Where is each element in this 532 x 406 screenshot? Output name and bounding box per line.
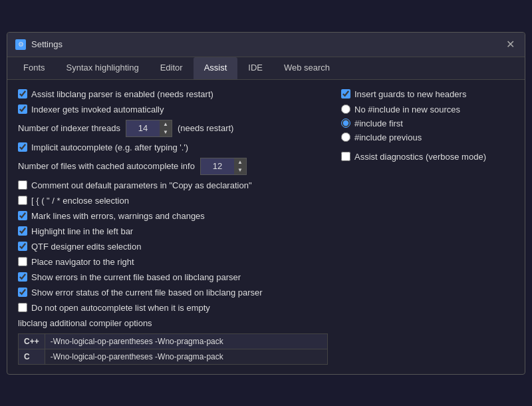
files-input[interactable]: 12 (201, 158, 234, 174)
place-navigator-label[interactable]: Place navigator to the right (31, 257, 134, 267)
files-spinner: 12 ▲ ▼ (200, 158, 247, 175)
threads-label: Number of indexer threads (18, 123, 120, 133)
settings-window: ⚙ Settings ✕ Fonts Syntax highlighting E… (7, 32, 525, 375)
insert-guards-section: Insert guards to new headers No #include… (341, 89, 514, 142)
compiler-options-label: libclang additional compiler options (18, 318, 328, 328)
radio-no-include: No #include in new sources (341, 104, 514, 114)
assist-diag-label[interactable]: Assist diagnostics (verbose mode) (354, 152, 486, 162)
files-spinner-buttons: ▲ ▼ (234, 158, 246, 174)
no-autocomplete-empty-item: Do not open autocomplete list when it is… (18, 303, 328, 313)
comment-default-label[interactable]: Comment out default parameters in "Copy … (31, 180, 252, 190)
qtf-designer-item: QTF designer edits selection (18, 242, 328, 252)
indexer-auto-checkbox[interactable] (18, 104, 27, 114)
highlight-line-item: Highlight line in the left bar (18, 226, 328, 236)
threads-up-button[interactable]: ▲ (160, 120, 172, 128)
radio-include-previous: #include previous (341, 132, 514, 142)
tab-bar: Fonts Syntax highlighting Editor Assist … (7, 57, 525, 80)
include-radio-group: No #include in new sources #include firs… (341, 104, 514, 142)
implicit-autocomplete-checkbox[interactable] (18, 142, 27, 152)
show-errors-label[interactable]: Show errors in the current file based on… (31, 272, 241, 282)
comment-default-item: Comment out default parameters in "Copy … (18, 180, 328, 190)
qtf-designer-checkbox[interactable] (18, 242, 27, 251)
enclose-selection-label[interactable]: [ { ( " / * enclose selection (31, 196, 129, 206)
insert-guards-label[interactable]: Insert guards to new headers (354, 89, 466, 99)
compiler-table: C++ -Wno-logical-op-parentheses -Wno-pra… (18, 333, 328, 365)
tab-web-search[interactable]: Web search (273, 57, 340, 79)
indexer-auto-label[interactable]: Indexer gets invoked automatically (31, 104, 164, 114)
show-error-status-label[interactable]: Show error status of the current file ba… (31, 288, 263, 298)
compiler-lang-c: C (19, 349, 45, 364)
files-label: Number of files with cached autocomplete… (18, 161, 195, 171)
assist-libclang-label[interactable]: Assist libclang parser is enabled (needs… (31, 89, 213, 99)
include-previous-label[interactable]: #include previous (354, 132, 422, 142)
place-navigator-item: Place navigator to the right (18, 257, 328, 267)
threads-note: (needs restart) (178, 123, 234, 133)
app-icon: ⚙ (15, 39, 26, 50)
files-up-button[interactable]: ▲ (234, 158, 246, 166)
mark-lines-checkbox[interactable] (18, 211, 27, 220)
comment-default-checkbox[interactable] (18, 180, 27, 190)
insert-guards-item: Insert guards to new headers (341, 89, 514, 99)
assist-libclang-checkbox[interactable] (18, 89, 27, 99)
threads-down-button[interactable]: ▼ (160, 128, 172, 136)
tab-assist[interactable]: Assist (194, 57, 238, 79)
compiler-options-c[interactable]: -Wno-logical-op-parentheses -Wno-pragma-… (45, 349, 327, 364)
show-errors-item: Show errors in the current file based on… (18, 272, 328, 282)
tab-ide[interactable]: IDE (237, 57, 273, 79)
window-title: Settings (31, 39, 63, 49)
place-navigator-checkbox[interactable] (18, 257, 27, 266)
tab-editor[interactable]: Editor (150, 57, 194, 79)
implicit-autocomplete-item: Implicit autocomplete (e.g. after typing… (18, 142, 328, 152)
title-bar-left: ⚙ Settings (15, 39, 63, 50)
title-bar: ⚙ Settings ✕ (7, 33, 525, 57)
right-panel: Insert guards to new headers No #include… (341, 89, 514, 365)
radio-include-first: #include first (341, 118, 514, 128)
show-error-status-item: Show error status of the current file ba… (18, 288, 328, 298)
tab-fonts[interactable]: Fonts (13, 57, 56, 79)
no-autocomplete-empty-checkbox[interactable] (18, 303, 27, 312)
no-include-label[interactable]: No #include in new sources (354, 104, 460, 114)
close-button[interactable]: ✕ (503, 38, 517, 51)
include-first-label[interactable]: #include first (354, 118, 403, 128)
show-error-status-checkbox[interactable] (18, 288, 27, 297)
threads-row: Number of indexer threads 14 ▲ ▼ (needs … (18, 120, 328, 137)
mark-lines-item: Mark lines with errors, warnings and cha… (18, 211, 328, 221)
indexer-auto-item: Indexer gets invoked automatically (18, 104, 328, 114)
no-autocomplete-empty-label[interactable]: Do not open autocomplete list when it is… (31, 303, 210, 313)
compiler-options-cpp[interactable]: -Wno-logical-op-parentheses -Wno-pragma-… (45, 333, 327, 349)
left-panel: Assist libclang parser is enabled (needs… (18, 89, 328, 365)
compiler-lang-cpp: C++ (19, 333, 45, 349)
threads-spinner-buttons: ▲ ▼ (160, 120, 172, 136)
files-row: Number of files with cached autocomplete… (18, 158, 328, 175)
files-down-button[interactable]: ▼ (234, 166, 246, 174)
assist-diag-item: Assist diagnostics (verbose mode) (341, 152, 514, 162)
include-first-radio[interactable] (341, 118, 350, 128)
content-area: Assist libclang parser is enabled (needs… (7, 80, 525, 374)
threads-input[interactable]: 14 (126, 120, 160, 136)
qtf-designer-label[interactable]: QTF designer edits selection (31, 242, 141, 252)
mark-lines-label[interactable]: Mark lines with errors, warnings and cha… (31, 211, 205, 221)
compiler-row-c: C -Wno-logical-op-parentheses -Wno-pragm… (19, 349, 328, 364)
threads-spinner: 14 ▲ ▼ (126, 120, 172, 137)
implicit-autocomplete-label[interactable]: Implicit autocomplete (e.g. after typing… (31, 142, 188, 152)
tab-syntax-highlighting[interactable]: Syntax highlighting (56, 57, 150, 79)
no-include-radio[interactable] (341, 104, 350, 114)
highlight-line-label[interactable]: Highlight line in the left bar (31, 226, 133, 236)
highlight-line-checkbox[interactable] (18, 226, 27, 236)
insert-guards-checkbox[interactable] (341, 89, 350, 99)
compiler-row-cpp: C++ -Wno-logical-op-parentheses -Wno-pra… (19, 333, 328, 349)
enclose-selection-item: [ { ( " / * enclose selection (18, 196, 328, 206)
include-previous-radio[interactable] (341, 132, 350, 142)
assist-diag-checkbox[interactable] (341, 152, 350, 161)
enclose-selection-checkbox[interactable] (18, 196, 27, 205)
show-errors-checkbox[interactable] (18, 272, 27, 282)
assist-libclang-item: Assist libclang parser is enabled (needs… (18, 89, 328, 99)
